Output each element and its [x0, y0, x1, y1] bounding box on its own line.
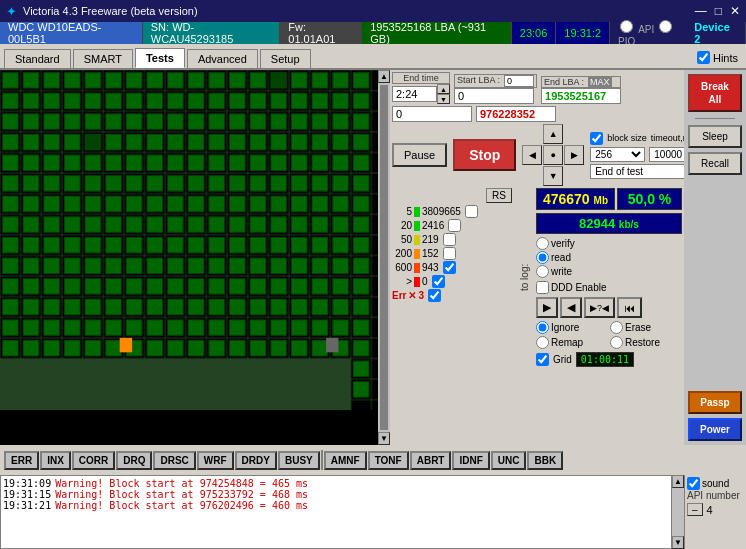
current-lba-input[interactable]	[392, 106, 472, 122]
btn-unc[interactable]: UNC	[491, 451, 527, 470]
write-radio[interactable]	[536, 265, 549, 278]
drive-info[interactable]: WDC WD10EADS-00L5B1	[0, 22, 143, 44]
start-lba-label: Start LBA :	[457, 75, 500, 87]
block-timeout-inputs: 256 10000	[590, 147, 684, 162]
api-radio-input[interactable]	[620, 20, 633, 33]
arrow-left[interactable]: ◀	[522, 145, 542, 165]
end-time-input[interactable]: 2:24	[392, 86, 437, 102]
app: ✦ Victoria 4.3 Freeware (beta version) —…	[0, 0, 746, 549]
btn-err[interactable]: ERR	[4, 451, 39, 470]
tab-advanced[interactable]: Advanced	[187, 49, 258, 68]
btn-abrt[interactable]: ABRT	[410, 451, 452, 470]
verify-radio[interactable]	[536, 237, 549, 250]
passp-button[interactable]: Passp	[688, 391, 742, 414]
err-check[interactable]	[428, 289, 441, 302]
rs-button[interactable]: RS	[486, 188, 512, 203]
stop-button[interactable]: Stop	[453, 139, 516, 171]
end-time-down[interactable]: ▼	[437, 94, 450, 104]
btn-idnf[interactable]: IDNF	[452, 451, 489, 470]
btn-drq[interactable]: DRQ	[116, 451, 152, 470]
restore-radio[interactable]	[610, 336, 623, 349]
log-scroll-down[interactable]: ▼	[672, 536, 684, 549]
sleep-button[interactable]: Sleep	[688, 125, 742, 148]
recall-button[interactable]: Recall	[688, 152, 742, 175]
end-lba-input[interactable]	[541, 88, 621, 104]
bar-gt-check[interactable]	[432, 275, 445, 288]
tab-standard[interactable]: Standard	[4, 49, 71, 68]
end-lba-max[interactable]: MAX	[588, 77, 612, 87]
speed-value: 82944	[579, 216, 615, 231]
sound-checkbox[interactable]	[687, 477, 700, 490]
hints-checkbox[interactable]	[697, 51, 710, 64]
stats-row: 476670 Mb 50,0 %	[536, 188, 682, 210]
bar-20-check[interactable]	[448, 219, 461, 232]
scroll-down[interactable]: ▼	[378, 432, 390, 445]
arrow-right[interactable]: ▶	[564, 145, 584, 165]
power-button[interactable]: Power	[688, 418, 742, 441]
tab-smart[interactable]: SMART	[73, 49, 133, 68]
btn-drdy[interactable]: DRDY	[235, 451, 277, 470]
current-lba2-input[interactable]	[476, 106, 556, 122]
read-radio[interactable]	[536, 251, 549, 264]
break-all-button[interactable]: Break All	[688, 74, 742, 112]
btn-bbk[interactable]: BBK	[527, 451, 563, 470]
block-size-select[interactable]: 256	[590, 147, 645, 162]
ddd-checkbox[interactable]	[536, 281, 549, 294]
maximize-button[interactable]: □	[715, 4, 722, 18]
btn-wrf[interactable]: WRF	[197, 451, 234, 470]
erase-label: Erase	[610, 321, 682, 334]
tab-tests[interactable]: Tests	[135, 48, 185, 68]
restore-text: Restore	[625, 337, 660, 348]
action-select[interactable]: End of test	[590, 164, 684, 179]
bar-200: 200 152	[392, 247, 512, 260]
bar-600-count: 943	[422, 262, 439, 273]
btn-tonf[interactable]: TONF	[368, 451, 409, 470]
bar-50-check[interactable]	[443, 233, 456, 246]
transport-scan[interactable]: ▶?◀	[584, 297, 615, 318]
end-lba-label-row: End LBA : MAX	[541, 76, 621, 88]
btn-inx[interactable]: INX	[40, 451, 71, 470]
transport-prev[interactable]: ⏮	[617, 297, 642, 318]
start-lba-input[interactable]	[454, 88, 534, 104]
end-time-up[interactable]: ▲	[437, 84, 450, 94]
lba-info: 1953525168 LBA (~931 GB)	[362, 22, 512, 44]
bars-panel: RS 5 3809665 20 2416	[392, 188, 512, 367]
close-button[interactable]: ✕	[730, 4, 740, 18]
transport-play[interactable]: ▶	[536, 297, 558, 318]
ignore-radio[interactable]	[536, 321, 549, 334]
end-time-spinners: ▲ ▼	[437, 84, 450, 104]
graph-canvas	[0, 70, 390, 410]
pause-button[interactable]: Pause	[392, 143, 447, 167]
log-scroll-up[interactable]: ▲	[672, 475, 684, 488]
restore-label: Restore	[610, 336, 682, 349]
remap-radio[interactable]	[536, 336, 549, 349]
bar-5-check[interactable]	[465, 205, 478, 218]
api-minus-btn[interactable]: –	[687, 503, 703, 516]
grid-row: Grid 01:00:11	[536, 352, 682, 367]
bar-200-check[interactable]	[443, 247, 456, 260]
btn-drsc[interactable]: DRSC	[153, 451, 195, 470]
erase-radio[interactable]	[610, 321, 623, 334]
arrow-center[interactable]: ●	[543, 145, 563, 165]
bar-600-fill	[414, 263, 420, 273]
minimize-button[interactable]: —	[695, 4, 707, 18]
btn-busy[interactable]: BUSY	[278, 451, 320, 470]
arrow-up[interactable]: ▲	[543, 124, 563, 144]
bar-gt-count: 0	[422, 276, 428, 287]
grid-checkbox[interactable]	[536, 353, 549, 366]
timeout-select[interactable]: 10000	[649, 147, 684, 162]
scroll-up[interactable]: ▲	[378, 70, 390, 83]
mb-unit: Mb	[594, 195, 608, 206]
btn-corr[interactable]: CORR	[72, 451, 115, 470]
tab-setup[interactable]: Setup	[260, 49, 311, 68]
pio-radio-input[interactable]	[659, 20, 672, 33]
transport-back[interactable]: ◀	[560, 297, 582, 318]
scroll-thumb[interactable]	[380, 85, 388, 430]
spacer	[688, 179, 742, 387]
write-label: write	[551, 266, 572, 277]
arrow-down[interactable]: ▼	[543, 166, 563, 186]
start-lba-value[interactable]	[504, 75, 534, 87]
bar-600-check[interactable]	[443, 261, 456, 274]
btn-amnf[interactable]: AMNF	[324, 451, 367, 470]
verify-checkbox[interactable]	[590, 132, 603, 145]
